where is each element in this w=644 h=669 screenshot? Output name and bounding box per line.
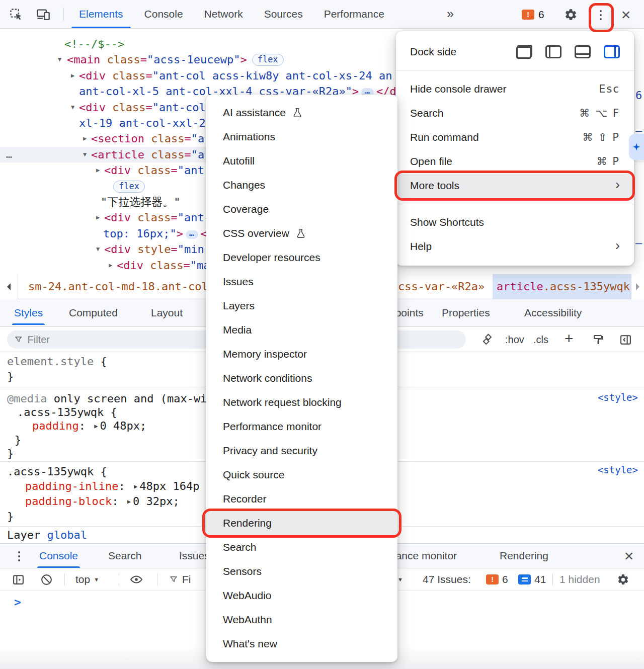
dock-right-icon[interactable] bbox=[604, 45, 620, 58]
tab-accessibility[interactable]: Accessibility bbox=[524, 299, 582, 326]
dock-left-icon[interactable] bbox=[545, 45, 561, 58]
submenu-item-recorder[interactable]: Recorder bbox=[206, 487, 397, 511]
menu-item-help[interactable]: Help› bbox=[396, 234, 634, 259]
submenu-item-animations[interactable]: Animations bbox=[206, 125, 397, 149]
menu-item-hide-console-drawer[interactable]: Hide console drawerEsc bbox=[396, 77, 634, 101]
submenu-item-search[interactable]: Search bbox=[206, 535, 397, 559]
collapse-arrow-icon[interactable]: ▼ bbox=[96, 241, 100, 257]
tab-console[interactable]: Console bbox=[134, 0, 194, 28]
tab-properties[interactable]: Properties bbox=[442, 299, 490, 326]
tab-performance[interactable]: Performance bbox=[313, 0, 395, 28]
clear-console-icon[interactable] bbox=[40, 568, 53, 591]
style-source-link[interactable]: <style> bbox=[598, 464, 638, 475]
drawer-menu-icon[interactable] bbox=[11, 548, 27, 563]
tab-network[interactable]: Network bbox=[194, 0, 254, 28]
submenu-item-rendering[interactable]: Rendering bbox=[206, 511, 397, 535]
drawer-tab-console[interactable]: Console bbox=[39, 544, 78, 568]
inline-expand-icon[interactable]: … bbox=[186, 230, 198, 239]
menu-item-more-tools[interactable]: More tools› bbox=[396, 174, 634, 198]
submenu-item-sensors[interactable]: Sensors bbox=[206, 559, 397, 583]
tab-sources[interactable]: Sources bbox=[254, 0, 313, 28]
new-style-rule-button[interactable]: + bbox=[565, 327, 574, 350]
menu-item-show-shortcuts[interactable]: Show Shortcuts bbox=[396, 210, 634, 234]
menu-item-label: Show Shortcuts bbox=[410, 216, 484, 228]
style-source-link[interactable]: <style> bbox=[598, 392, 638, 403]
submenu-item-media[interactable]: Media bbox=[206, 318, 397, 342]
submenu-item-webauthn[interactable]: WebAuthn bbox=[206, 608, 397, 632]
element-states-icon[interactable] bbox=[479, 327, 496, 352]
issues-summary[interactable]: 47 Issues: bbox=[423, 568, 471, 591]
css-token[interactable]: ▶ bbox=[92, 423, 100, 430]
breadcrumb-scroll-right-button[interactable] bbox=[631, 274, 644, 299]
submenu-item-issues[interactable]: Issues bbox=[206, 270, 397, 294]
breadcrumb-selected-item[interactable]: article.acss-135ywqk bbox=[493, 274, 634, 299]
expand-arrow-icon[interactable]: ▶ bbox=[96, 210, 100, 225]
ai-assistant-button[interactable] bbox=[629, 134, 644, 160]
javascript-context-dropdown[interactable]: top ▼ bbox=[75, 568, 99, 591]
tab-styles[interactable]: Styles bbox=[14, 299, 43, 326]
css-token[interactable]: ▶ bbox=[132, 483, 139, 490]
submenu-item-network-request-blocking[interactable]: Network request blocking bbox=[206, 390, 397, 414]
flex-badge[interactable]: flex bbox=[113, 181, 145, 193]
tab-elements[interactable]: Elements bbox=[68, 0, 134, 28]
submenu-item-performance-monitor[interactable]: Performance monitor bbox=[206, 414, 397, 439]
menu-item-open-file[interactable]: Open file⌘ P bbox=[396, 149, 634, 174]
submenu-item-css-overview[interactable]: CSS overview bbox=[206, 221, 397, 245]
collapse-arrow-icon[interactable]: ▼ bbox=[83, 147, 87, 162]
submenu-item-what-s-new[interactable]: What's new bbox=[206, 632, 397, 656]
close-drawer-icon[interactable]: × bbox=[621, 548, 637, 563]
console-settings-icon[interactable] bbox=[617, 568, 629, 591]
element-classes-button[interactable]: .cls bbox=[533, 327, 548, 352]
block-icon bbox=[40, 573, 53, 586]
submenu-item-changes[interactable]: Changes bbox=[206, 173, 397, 197]
undock-icon[interactable] bbox=[516, 45, 532, 59]
computed-sidebar-toggle-icon[interactable] bbox=[617, 327, 634, 352]
menu-item-run-command[interactable]: Run command⌘ ⇧ P bbox=[396, 125, 634, 149]
more-panels-icon[interactable]: » bbox=[447, 0, 453, 27]
node-menu-dots-icon[interactable]: … bbox=[6, 147, 13, 162]
inspect-element-icon[interactable] bbox=[8, 7, 24, 22]
submenu-item-coverage[interactable]: Coverage bbox=[206, 197, 397, 221]
live-expression-icon[interactable] bbox=[130, 568, 143, 591]
rendering-emulation-icon[interactable] bbox=[590, 327, 607, 352]
error-issues-chip[interactable]: ! 6 bbox=[486, 568, 508, 591]
drawer-tab-search[interactable]: Search bbox=[108, 544, 142, 568]
close-devtools-icon[interactable]: × bbox=[618, 7, 634, 22]
submenu-item-memory-inspector[interactable]: Memory inspector bbox=[206, 342, 397, 366]
drawer-tab-issues[interactable]: Issues bbox=[179, 544, 210, 568]
submenu-item-layers[interactable]: Layers bbox=[206, 294, 397, 318]
collapse-arrow-icon[interactable]: ▼ bbox=[58, 52, 61, 67]
submenu-item-network-conditions[interactable]: Network conditions bbox=[206, 366, 397, 390]
submenu-item-quick-source[interactable]: Quick source bbox=[206, 463, 397, 487]
menu-item-search[interactable]: Search⌘ ⌥ F bbox=[396, 101, 634, 125]
dock-bottom-icon[interactable] bbox=[575, 45, 591, 58]
expand-arrow-icon[interactable]: ▶ bbox=[71, 68, 74, 83]
code-token: = bbox=[140, 53, 147, 66]
drawer-tab-rendering[interactable]: Rendering bbox=[500, 544, 548, 568]
expand-arrow-icon[interactable]: ▶ bbox=[109, 258, 112, 273]
issues-counter[interactable]: ! 6 bbox=[522, 0, 544, 29]
css-token[interactable]: ▶ bbox=[125, 498, 133, 505]
submenu-item-privacy-and-security[interactable]: Privacy and security bbox=[206, 439, 397, 463]
toggle-element-state-button[interactable]: :hov bbox=[505, 327, 524, 352]
submenu-item-webaudio[interactable]: WebAudio bbox=[206, 583, 397, 608]
submenu-item-ai-assistance[interactable]: AI assistance bbox=[206, 101, 397, 125]
settings-gear-icon[interactable] bbox=[562, 7, 579, 22]
device-toolbar-icon[interactable] bbox=[35, 7, 51, 22]
submenu-item-developer-resources[interactable]: Developer resources bbox=[206, 245, 397, 270]
breadcrumb-item[interactable]: css-var-«R2a» bbox=[398, 274, 485, 299]
flex-badge[interactable]: flex bbox=[252, 54, 284, 66]
info-issues-chip[interactable]: 41 bbox=[518, 568, 546, 591]
breadcrumb-scroll-left-button[interactable] bbox=[0, 274, 18, 299]
kebab-menu-icon[interactable] bbox=[593, 7, 609, 22]
tab-layout[interactable]: Layout bbox=[151, 299, 183, 326]
expand-arrow-icon[interactable]: ▶ bbox=[83, 131, 87, 146]
collapse-arrow-icon[interactable]: ▼ bbox=[71, 100, 74, 115]
log-levels-dropdown[interactable]: ▼ bbox=[397, 568, 403, 591]
console-sidebar-toggle-icon[interactable] bbox=[12, 568, 25, 591]
tab-computed[interactable]: Computed bbox=[69, 299, 118, 326]
breadcrumb-item[interactable]: sm-24.ant-col-md-18.ant-col-lg bbox=[28, 274, 228, 299]
expand-arrow-icon[interactable]: ▶ bbox=[96, 162, 100, 178]
submenu-item-autofill[interactable]: Autofill bbox=[206, 149, 397, 173]
console-filter-field[interactable]: Fi bbox=[169, 568, 191, 591]
